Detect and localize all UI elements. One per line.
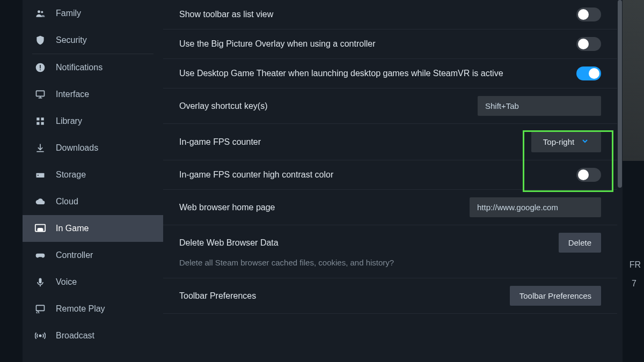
sidebar-item-notifications[interactable]: Notifications xyxy=(23,54,163,81)
scrollbar-thumb[interactable] xyxy=(618,0,622,188)
input-overlay-shortcut[interactable] xyxy=(478,96,601,116)
background-right-strip: FR 7 xyxy=(623,0,644,362)
settings-panel: Show toolbar as list view Use the Big Pi… xyxy=(163,0,617,362)
row-delete-browser-data: Delete Web Browser Data Delete xyxy=(163,225,617,256)
gamepad-window-icon xyxy=(34,223,46,234)
svg-rect-5 xyxy=(36,91,45,96)
sidebar-item-security[interactable]: Security xyxy=(23,27,163,54)
setting-label: Web browser home page xyxy=(179,203,470,212)
setting-label: In-game FPS counter xyxy=(179,137,531,147)
sidebar-item-label: Voice xyxy=(56,277,77,287)
row-toolbar-preferences: Toolbar Preferences Toolbar Preferences xyxy=(163,278,617,314)
cast-icon xyxy=(34,303,46,315)
svg-point-1 xyxy=(41,11,43,13)
button-delete-browser-data[interactable]: Delete xyxy=(559,233,601,253)
left-gutter xyxy=(0,0,23,362)
setting-label: Overlay shortcut key(s) xyxy=(179,101,478,111)
svg-rect-4 xyxy=(40,69,41,70)
sidebar-item-cloud[interactable]: Cloud xyxy=(23,188,163,215)
setting-label: Use Desktop Game Theater when launching … xyxy=(179,69,576,78)
setting-label: Use the Big Picture Overlay when using a… xyxy=(179,39,576,49)
chevron-down-icon xyxy=(581,137,589,147)
mic-icon xyxy=(34,276,46,288)
svg-rect-11 xyxy=(41,122,44,125)
sidebar-item-label: Cloud xyxy=(56,197,78,206)
sidebar-item-interface[interactable]: Interface xyxy=(23,81,163,108)
svg-rect-15 xyxy=(38,228,43,231)
sidebar-item-broadcast[interactable]: Broadcast xyxy=(23,322,163,349)
sidebar-item-controller[interactable]: Controller xyxy=(23,242,163,269)
scrollbar[interactable] xyxy=(617,0,623,362)
sidebar-item-label: Storage xyxy=(56,170,86,180)
svg-rect-16 xyxy=(39,278,42,284)
toggle-fps-high-contrast[interactable] xyxy=(576,168,601,182)
sidebar-item-label: Security xyxy=(56,35,87,45)
sidebar-item-family[interactable]: Family xyxy=(23,0,163,27)
sidebar-item-voice[interactable]: Voice xyxy=(23,269,163,295)
sidebar-item-label: Downloads xyxy=(56,143,98,153)
svg-rect-3 xyxy=(40,65,41,69)
delete-browser-data-desc: Delete all Steam browser cached files, c… xyxy=(163,256,617,278)
sidebar-item-label: In Game xyxy=(56,224,89,233)
svg-point-0 xyxy=(38,10,40,13)
sidebar-item-label: Broadcast xyxy=(56,331,94,341)
sidebar-item-remote-play[interactable]: Remote Play xyxy=(23,295,163,322)
row-fps-high-contrast: In-game FPS counter high contrast color xyxy=(163,160,617,190)
setting-label: Toolbar Preferences xyxy=(179,291,510,301)
sidebar-item-storage[interactable]: Storage xyxy=(23,161,163,188)
dropdown-fps-counter[interactable]: Top-right xyxy=(531,131,601,152)
svg-rect-9 xyxy=(41,117,44,120)
monitor-icon xyxy=(34,88,46,100)
setting-label: Show toolbar as list view xyxy=(179,10,576,19)
broadcast-icon xyxy=(34,330,46,342)
gamepad-icon xyxy=(34,249,46,261)
toggle-big-picture-overlay[interactable] xyxy=(576,37,601,51)
row-browser-home: Web browser home page xyxy=(163,190,617,225)
svg-point-19 xyxy=(39,335,41,336)
settings-sidebar: Family Security Notifications Interface … xyxy=(23,0,163,362)
setting-label: In-game FPS counter high contrast color xyxy=(179,170,576,180)
alert-circle-icon xyxy=(34,62,46,73)
row-overlay-shortcut: Overlay shortcut key(s) xyxy=(163,88,617,124)
toggle-show-toolbar-list-view[interactable] xyxy=(576,8,601,21)
row-show-toolbar-list-view: Show toolbar as list view xyxy=(163,0,617,29)
sidebar-item-label: Library xyxy=(56,116,82,126)
shield-icon xyxy=(34,34,46,46)
svg-rect-8 xyxy=(36,117,39,120)
hdd-icon xyxy=(34,169,46,181)
right-strip-text-2: 7 xyxy=(632,279,636,289)
sidebar-item-label: Interface xyxy=(56,90,89,99)
grid-icon xyxy=(34,115,46,127)
sidebar-item-in-game[interactable]: In Game xyxy=(23,215,163,242)
row-big-picture-overlay: Use the Big Picture Overlay when using a… xyxy=(163,29,617,59)
setting-label: Delete Web Browser Data xyxy=(179,238,559,248)
button-toolbar-preferences[interactable]: Toolbar Preferences xyxy=(510,286,601,306)
download-icon xyxy=(34,142,46,154)
toggle-desktop-game-theater[interactable] xyxy=(576,67,601,80)
svg-rect-10 xyxy=(36,122,39,125)
svg-rect-18 xyxy=(36,305,45,311)
sidebar-item-label: Notifications xyxy=(56,63,103,72)
sidebar-item-label: Remote Play xyxy=(56,304,105,314)
dropdown-value: Top-right xyxy=(543,137,574,146)
sidebar-item-label: Family xyxy=(56,9,81,18)
sidebar-item-library[interactable]: Library xyxy=(23,108,163,135)
svg-point-13 xyxy=(38,175,39,176)
row-fps-counter: In-game FPS counter Top-right xyxy=(163,124,617,160)
row-desktop-game-theater: Use Desktop Game Theater when launching … xyxy=(163,59,617,88)
svg-rect-12 xyxy=(36,173,45,178)
users-icon xyxy=(34,8,46,19)
right-strip-text: FR xyxy=(630,260,641,270)
cloud-icon xyxy=(34,196,46,208)
input-browser-home[interactable] xyxy=(470,197,601,217)
sidebar-item-label: Controller xyxy=(56,250,93,260)
sidebar-item-downloads[interactable]: Downloads xyxy=(23,135,163,161)
